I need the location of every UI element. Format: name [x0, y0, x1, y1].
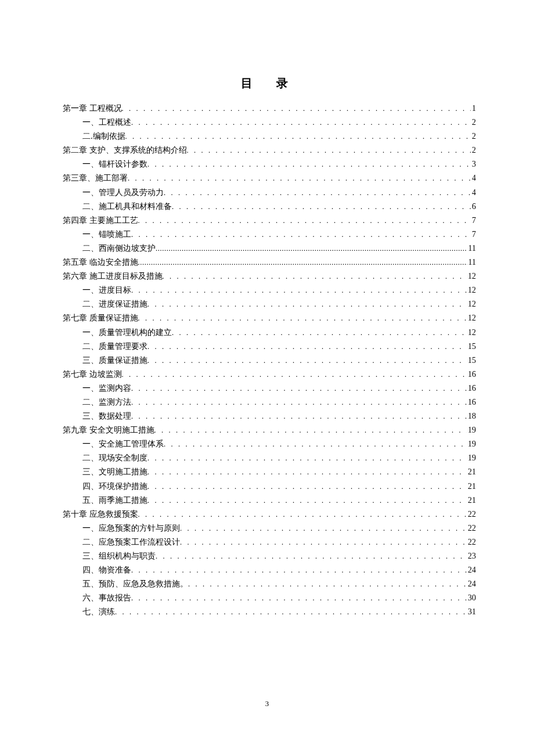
- toc-leader-dots: [156, 242, 467, 255]
- toc-page-number: 21: [467, 465, 476, 479]
- toc-page-number: 19: [467, 437, 476, 451]
- toc-leader-dots: [122, 102, 471, 116]
- toc-label: 一、监测内容: [82, 381, 131, 395]
- toc-entry: 第七章 质量保证措施 12: [63, 311, 476, 325]
- toc-label: 一、进度目标: [82, 283, 131, 297]
- toc-page-number: 24: [467, 563, 476, 577]
- toc-entry: 二、西南侧边坡支护 11: [63, 242, 476, 255]
- toc-page-number: 7: [471, 214, 476, 228]
- toc-label: 一、锚喷施工: [82, 228, 131, 242]
- page-title: 目 录: [63, 75, 476, 91]
- toc-label: 二.编制依据: [82, 129, 125, 143]
- toc-entry: 三、文明施工措施 21: [63, 465, 476, 479]
- toc-leader-dots: [172, 200, 471, 214]
- toc-label: 一、工程概述: [82, 116, 131, 129]
- toc-leader-dots: [147, 494, 467, 507]
- toc-entry: 第七章 边坡监测 16: [63, 368, 476, 381]
- toc-page-number: 4: [471, 186, 476, 200]
- toc-leader-dots: [131, 563, 467, 577]
- toc-leader-dots: [125, 129, 471, 143]
- toc-leader-dots: [172, 326, 467, 340]
- toc-page-number: 1: [471, 102, 476, 116]
- toc-page-number: 2: [471, 143, 476, 157]
- toc-entry: 一、锚喷施工 7: [63, 228, 476, 242]
- toc-page-number: 2: [471, 116, 476, 129]
- toc-leader-dots: [180, 535, 467, 549]
- toc-leader-dots: [131, 395, 467, 409]
- toc-entry: 五、雨季施工措施 21: [63, 494, 476, 507]
- toc-label: 四、环境保护措施: [82, 480, 147, 494]
- toc-label: 第三章、施工部署: [63, 171, 128, 185]
- toc-page-number: 21: [467, 480, 476, 494]
- toc-label: 第四章 主要施工工艺: [63, 214, 138, 228]
- toc-entry: 第一章 工程概况 1: [63, 102, 476, 116]
- toc-leader-dots: [122, 368, 467, 381]
- toc-label: 三、数据处理: [82, 409, 131, 423]
- toc-leader-dots: [163, 269, 467, 283]
- toc-leader-dots: [131, 116, 471, 129]
- toc-leader-dots: [128, 171, 471, 185]
- toc-entry: 一、监测内容 16: [63, 381, 476, 395]
- toc-leader-dots: [138, 255, 467, 269]
- toc-leader-dots: [188, 577, 467, 591]
- toc-label: 二、现场安全制度: [82, 451, 147, 465]
- toc-label: 二、西南侧边坡支护: [82, 242, 156, 255]
- toc-label: 二、进度保证措施: [82, 297, 147, 311]
- toc-leader-dots: [147, 480, 467, 494]
- toc-page-number: 19: [467, 423, 476, 437]
- toc-page-number: 15: [467, 354, 476, 368]
- toc-entry: 一、管理人员及劳动力 4: [63, 186, 476, 200]
- toc-leader-dots: [164, 437, 467, 451]
- toc-page-number: 12: [467, 283, 476, 297]
- toc-label: 一、应急预案的方针与原则: [82, 521, 180, 535]
- toc-entry: 二、质量管理要求 15: [63, 340, 476, 354]
- toc-entry: 五、预防、应急及急救措施。 24: [63, 577, 476, 591]
- toc-page-number: 30: [467, 591, 476, 605]
- toc-label: 二、监测方法: [82, 395, 131, 409]
- toc-page-number: 15: [467, 340, 476, 354]
- toc-page-number: 23: [467, 549, 476, 563]
- toc-entry: 一、锚杆设计参数 3: [63, 157, 476, 171]
- toc-leader-dots: [147, 157, 471, 171]
- toc-label: 一、质量管理机构的建立: [82, 326, 172, 340]
- toc-entry: 第二章 支护、支撑系统的结构介绍 2: [63, 143, 476, 157]
- toc-entry: 二、现场安全制度 19: [63, 451, 476, 465]
- toc-entry: 七、演练 31: [63, 605, 476, 619]
- toc-label: 第七章 质量保证措施: [63, 311, 138, 325]
- toc-leader-dots: [147, 451, 467, 465]
- toc-entry: 一、质量管理机构的建立 12: [63, 326, 476, 340]
- toc-leader-dots: [180, 521, 467, 535]
- toc-label: 一、管理人员及劳动力: [82, 186, 164, 200]
- toc-leader-dots: [138, 214, 471, 228]
- toc-leader-dots: [131, 381, 467, 395]
- toc-leader-dots: [164, 186, 471, 200]
- toc-page-number: 31: [467, 605, 476, 619]
- toc-page-number: 11: [467, 255, 476, 269]
- toc-page-number: 6: [471, 200, 476, 214]
- toc-page-number: 12: [467, 269, 476, 283]
- toc-label: 二、质量管理要求: [82, 340, 147, 354]
- toc-label: 六、事故报告: [82, 591, 131, 605]
- toc-label: 三、质量保证措施: [82, 354, 147, 368]
- toc-leader-dots: [115, 605, 467, 619]
- toc-page-number: 21: [467, 494, 476, 507]
- toc-page-number: 16: [467, 395, 476, 409]
- toc-leader-dots: [131, 283, 467, 297]
- toc-label: 五、预防、应急及急救措施。: [82, 577, 188, 591]
- toc-entry: 三、质量保证措施 15: [63, 354, 476, 368]
- toc-label: 第六章 施工进度目标及措施: [63, 269, 163, 283]
- toc-page-number: 16: [467, 368, 476, 381]
- toc-entry: 四、物资准备 24: [63, 563, 476, 577]
- toc-label: 第一章 工程概况: [63, 102, 122, 116]
- toc-entry: 二、应急预案工作流程设计 22: [63, 535, 476, 549]
- toc-leader-dots: [187, 143, 471, 157]
- toc-entry: 二、监测方法 16: [63, 395, 476, 409]
- toc-entry: 二、施工机具和材料准备 6: [63, 200, 476, 214]
- toc-entry: 第五章 临边安全措施 11: [63, 255, 476, 269]
- toc-entry: 四、环境保护措施 21: [63, 480, 476, 494]
- toc-entry: 六、事故报告 30: [63, 591, 476, 605]
- toc-entry: 第十章 应急救援预案 22: [63, 507, 476, 521]
- toc-page-number: 22: [467, 521, 476, 535]
- toc-label: 第五章 临边安全措施: [63, 255, 138, 269]
- toc-page-number: 22: [467, 535, 476, 549]
